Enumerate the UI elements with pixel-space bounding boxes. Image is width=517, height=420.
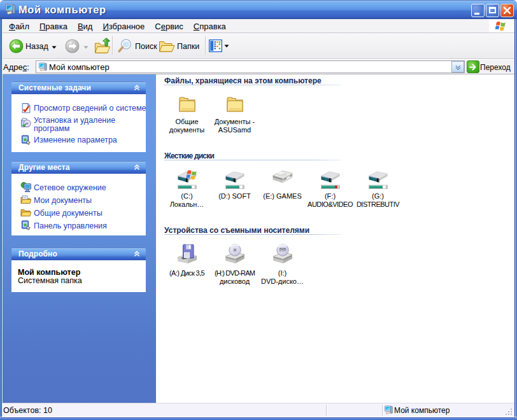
svg-text:DVD: DVD [280,248,286,251]
